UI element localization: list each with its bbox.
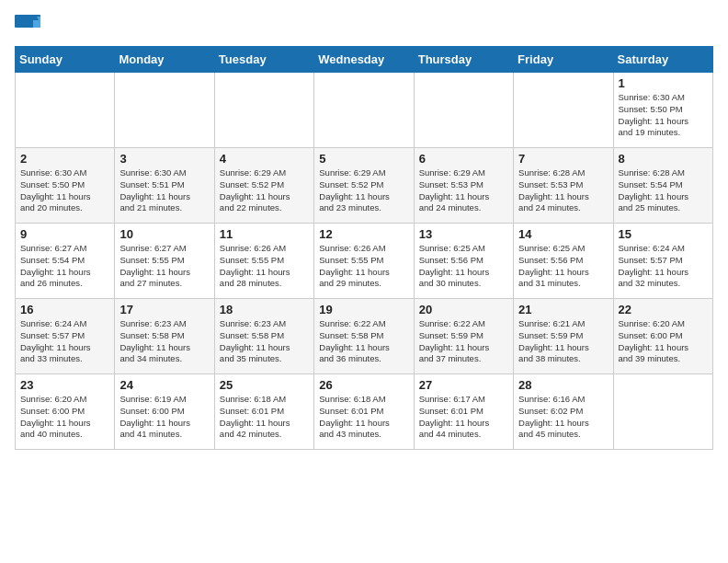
col-header-monday: Monday bbox=[115, 47, 214, 73]
day-cell: 22Sunrise: 6:20 AM Sunset: 6:00 PM Dayli… bbox=[613, 299, 712, 374]
day-info: Sunrise: 6:20 AM Sunset: 6:00 PM Dayligh… bbox=[20, 394, 109, 441]
day-info: Sunrise: 6:18 AM Sunset: 6:01 PM Dayligh… bbox=[319, 394, 408, 441]
day-cell: 26Sunrise: 6:18 AM Sunset: 6:01 PM Dayli… bbox=[314, 374, 414, 450]
day-cell: 20Sunrise: 6:22 AM Sunset: 5:59 PM Dayli… bbox=[414, 299, 513, 374]
day-number: 7 bbox=[518, 152, 608, 166]
week-row-2: 2Sunrise: 6:30 AM Sunset: 5:50 PM Daylig… bbox=[16, 148, 713, 224]
day-number: 17 bbox=[119, 303, 209, 316]
day-number: 13 bbox=[419, 227, 508, 241]
col-header-saturday: Saturday bbox=[613, 47, 712, 73]
day-info: Sunrise: 6:22 AM Sunset: 5:58 PM Dayligh… bbox=[319, 318, 408, 365]
day-number: 27 bbox=[419, 378, 508, 392]
day-cell: 6Sunrise: 6:29 AM Sunset: 5:53 PM Daylig… bbox=[414, 148, 513, 224]
day-cell: 5Sunrise: 6:29 AM Sunset: 5:52 PM Daylig… bbox=[314, 148, 414, 224]
day-number: 23 bbox=[20, 378, 109, 392]
day-cell: 14Sunrise: 6:25 AM Sunset: 5:56 PM Dayli… bbox=[514, 224, 613, 299]
day-number: 18 bbox=[220, 303, 309, 316]
day-cell: 9Sunrise: 6:27 AM Sunset: 5:54 PM Daylig… bbox=[16, 224, 115, 299]
day-info: Sunrise: 6:30 AM Sunset: 5:51 PM Dayligh… bbox=[119, 167, 209, 214]
day-cell bbox=[613, 374, 712, 450]
day-cell: 7Sunrise: 6:28 AM Sunset: 5:53 PM Daylig… bbox=[514, 148, 613, 224]
day-cell: 17Sunrise: 6:23 AM Sunset: 5:58 PM Dayli… bbox=[115, 299, 214, 374]
day-info: Sunrise: 6:29 AM Sunset: 5:53 PM Dayligh… bbox=[419, 167, 508, 214]
day-info: Sunrise: 6:21 AM Sunset: 5:59 PM Dayligh… bbox=[518, 318, 608, 365]
day-cell bbox=[115, 73, 214, 148]
col-header-tuesday: Tuesday bbox=[214, 47, 313, 73]
day-number: 28 bbox=[518, 378, 608, 392]
day-number: 16 bbox=[20, 303, 109, 316]
day-number: 21 bbox=[518, 303, 608, 316]
calendar-table: SundayMondayTuesdayWednesdayThursdayFrid… bbox=[15, 46, 713, 450]
day-info: Sunrise: 6:16 AM Sunset: 6:02 PM Dayligh… bbox=[518, 394, 608, 441]
day-cell: 23Sunrise: 6:20 AM Sunset: 6:00 PM Dayli… bbox=[16, 374, 115, 450]
day-info: Sunrise: 6:24 AM Sunset: 5:57 PM Dayligh… bbox=[619, 243, 708, 290]
day-number: 4 bbox=[220, 152, 309, 166]
day-cell bbox=[514, 73, 613, 148]
day-cell bbox=[314, 73, 414, 148]
day-cell: 13Sunrise: 6:25 AM Sunset: 5:56 PM Dayli… bbox=[414, 224, 513, 299]
week-row-4: 16Sunrise: 6:24 AM Sunset: 5:57 PM Dayli… bbox=[16, 299, 713, 374]
col-header-thursday: Thursday bbox=[414, 47, 513, 73]
day-cell bbox=[214, 73, 313, 148]
page-header bbox=[15, 15, 713, 40]
day-cell: 3Sunrise: 6:30 AM Sunset: 5:51 PM Daylig… bbox=[115, 148, 214, 224]
day-number: 2 bbox=[20, 152, 109, 166]
day-number: 3 bbox=[119, 152, 209, 166]
day-info: Sunrise: 6:30 AM Sunset: 5:50 PM Dayligh… bbox=[20, 167, 109, 214]
day-number: 10 bbox=[119, 227, 209, 241]
day-cell bbox=[16, 73, 115, 148]
day-info: Sunrise: 6:23 AM Sunset: 5:58 PM Dayligh… bbox=[119, 318, 209, 365]
day-number: 22 bbox=[619, 303, 708, 316]
day-info: Sunrise: 6:19 AM Sunset: 6:00 PM Dayligh… bbox=[119, 394, 209, 441]
day-number: 1 bbox=[619, 76, 708, 90]
day-cell: 8Sunrise: 6:28 AM Sunset: 5:54 PM Daylig… bbox=[613, 148, 712, 224]
day-info: Sunrise: 6:26 AM Sunset: 5:55 PM Dayligh… bbox=[319, 243, 408, 290]
day-info: Sunrise: 6:25 AM Sunset: 5:56 PM Dayligh… bbox=[419, 243, 508, 290]
day-cell: 25Sunrise: 6:18 AM Sunset: 6:01 PM Dayli… bbox=[214, 374, 313, 450]
week-row-1: 1Sunrise: 6:30 AM Sunset: 5:50 PM Daylig… bbox=[16, 73, 713, 148]
day-info: Sunrise: 6:29 AM Sunset: 5:52 PM Dayligh… bbox=[319, 167, 408, 214]
logo-icon bbox=[15, 15, 40, 40]
day-info: Sunrise: 6:27 AM Sunset: 5:55 PM Dayligh… bbox=[119, 243, 209, 290]
header-row: SundayMondayTuesdayWednesdayThursdayFrid… bbox=[16, 47, 713, 73]
col-header-wednesday: Wednesday bbox=[314, 47, 414, 73]
day-info: Sunrise: 6:27 AM Sunset: 5:54 PM Dayligh… bbox=[20, 243, 109, 290]
day-number: 5 bbox=[319, 152, 408, 166]
col-header-friday: Friday bbox=[514, 47, 613, 73]
day-info: Sunrise: 6:28 AM Sunset: 5:54 PM Dayligh… bbox=[619, 167, 708, 214]
day-info: Sunrise: 6:29 AM Sunset: 5:52 PM Dayligh… bbox=[220, 167, 309, 214]
day-number: 8 bbox=[619, 152, 708, 166]
day-info: Sunrise: 6:20 AM Sunset: 6:00 PM Dayligh… bbox=[619, 318, 708, 365]
day-cell: 27Sunrise: 6:17 AM Sunset: 6:01 PM Dayli… bbox=[414, 374, 513, 450]
day-number: 11 bbox=[220, 227, 309, 241]
day-cell: 28Sunrise: 6:16 AM Sunset: 6:02 PM Dayli… bbox=[514, 374, 613, 450]
day-number: 15 bbox=[619, 227, 708, 241]
day-info: Sunrise: 6:22 AM Sunset: 5:59 PM Dayligh… bbox=[419, 318, 508, 365]
day-cell: 18Sunrise: 6:23 AM Sunset: 5:58 PM Dayli… bbox=[214, 299, 313, 374]
day-info: Sunrise: 6:30 AM Sunset: 5:50 PM Dayligh… bbox=[619, 92, 708, 139]
svg-rect-1 bbox=[15, 28, 40, 40]
day-cell: 19Sunrise: 6:22 AM Sunset: 5:58 PM Dayli… bbox=[314, 299, 414, 374]
day-cell: 4Sunrise: 6:29 AM Sunset: 5:52 PM Daylig… bbox=[214, 148, 313, 224]
day-info: Sunrise: 6:23 AM Sunset: 5:58 PM Dayligh… bbox=[220, 318, 309, 365]
day-number: 24 bbox=[119, 378, 209, 392]
day-cell: 15Sunrise: 6:24 AM Sunset: 5:57 PM Dayli… bbox=[613, 224, 712, 299]
day-info: Sunrise: 6:18 AM Sunset: 6:01 PM Dayligh… bbox=[220, 394, 309, 441]
day-cell: 10Sunrise: 6:27 AM Sunset: 5:55 PM Dayli… bbox=[115, 224, 214, 299]
col-header-sunday: Sunday bbox=[16, 47, 115, 73]
day-cell: 1Sunrise: 6:30 AM Sunset: 5:50 PM Daylig… bbox=[613, 73, 712, 148]
day-info: Sunrise: 6:24 AM Sunset: 5:57 PM Dayligh… bbox=[20, 318, 109, 365]
day-number: 6 bbox=[419, 152, 508, 166]
day-number: 25 bbox=[220, 378, 309, 392]
day-cell: 2Sunrise: 6:30 AM Sunset: 5:50 PM Daylig… bbox=[16, 148, 115, 224]
day-cell: 24Sunrise: 6:19 AM Sunset: 6:00 PM Dayli… bbox=[115, 374, 214, 450]
day-number: 20 bbox=[419, 303, 508, 316]
day-cell: 12Sunrise: 6:26 AM Sunset: 5:55 PM Dayli… bbox=[314, 224, 414, 299]
day-number: 26 bbox=[319, 378, 408, 392]
logo bbox=[15, 15, 42, 40]
day-cell: 11Sunrise: 6:26 AM Sunset: 5:55 PM Dayli… bbox=[214, 224, 313, 299]
day-info: Sunrise: 6:25 AM Sunset: 5:56 PM Dayligh… bbox=[518, 243, 608, 290]
day-number: 9 bbox=[20, 227, 109, 241]
day-number: 19 bbox=[319, 303, 408, 316]
day-info: Sunrise: 6:26 AM Sunset: 5:55 PM Dayligh… bbox=[220, 243, 309, 290]
